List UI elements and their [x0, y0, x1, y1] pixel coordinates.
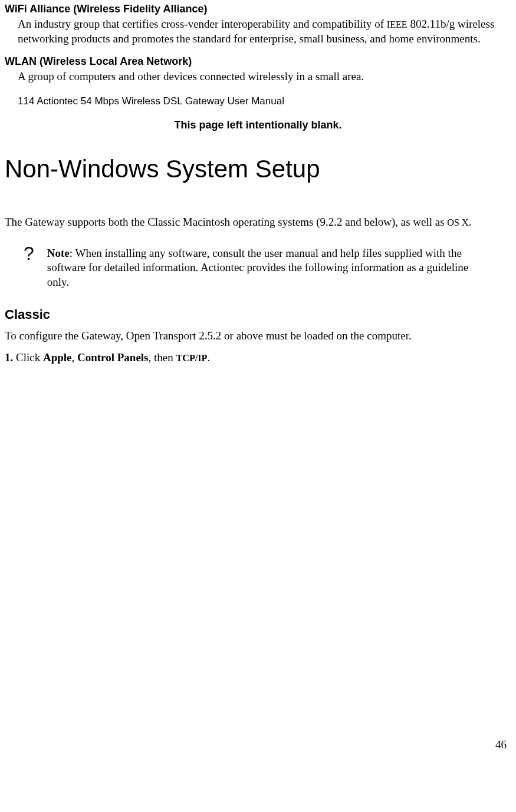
text: . — [207, 351, 210, 364]
text: Click — [13, 351, 43, 364]
ui-control-panels: Control Panels — [77, 351, 149, 364]
text: , — [72, 351, 78, 364]
glossary-term-wifi: WiFi Alliance (Wireless Fidelity Allianc… — [5, 2, 511, 16]
section-title: Non-Windows System Setup — [5, 153, 511, 186]
text: The Gateway supports both the Classic Ma… — [5, 216, 447, 228]
note-text: Note: When installing any software, cons… — [47, 246, 511, 290]
text: , then — [149, 351, 176, 364]
manual-header-line: 114 Actiontec 54 Mbps Wireless DSL Gatew… — [18, 95, 511, 108]
step-number: 1. — [5, 351, 13, 364]
note-icon: ? — [24, 244, 34, 263]
classic-intro-paragraph: To configure the Gateway, Open Transport… — [5, 329, 511, 344]
text: An industry group that certifies cross-v… — [18, 18, 387, 30]
glossary-def-wlan: A group of computers and other devices c… — [18, 70, 511, 84]
step-1: 1. Click Apple, Control Panels, then TCP… — [5, 351, 511, 365]
blank-page-notice: This page left intentionally blank. — [5, 118, 511, 132]
text: : When installing any software, consult … — [47, 247, 468, 288]
text: . — [469, 216, 472, 228]
glossary-def-wifi: An industry group that certifies cross-v… — [18, 17, 511, 46]
glossary-term-wlan: WLAN (Wireless Local Area Network) — [5, 55, 511, 68]
text-smallcaps: IEEE — [387, 19, 407, 29]
intro-paragraph: The Gateway supports both the Classic Ma… — [5, 215, 511, 230]
note-block: ? Note: When installing any software, co… — [24, 246, 511, 290]
note-label: Note — [47, 247, 70, 259]
subsection-title-classic: Classic — [5, 306, 511, 324]
ui-apple: Apple — [43, 351, 72, 364]
text-smallcaps: OS X — [447, 217, 468, 227]
ui-tcpip: TCP/IP — [176, 353, 207, 363]
